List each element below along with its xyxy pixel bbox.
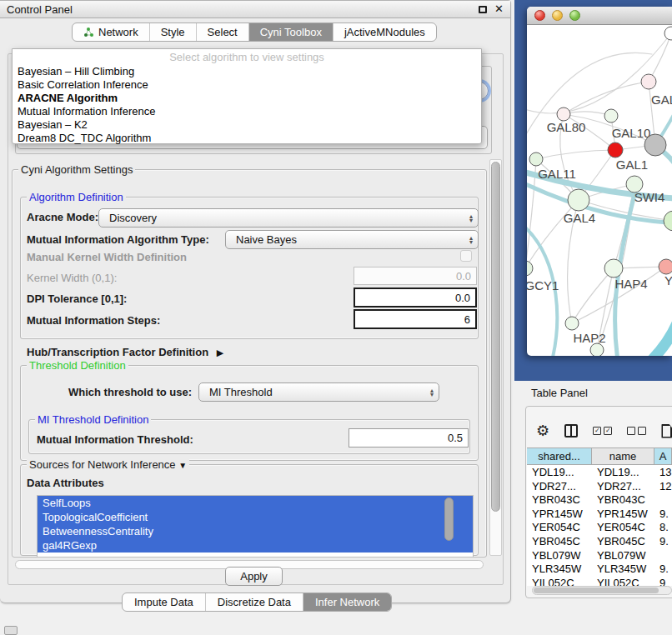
node-bottom[interactable] (590, 343, 604, 356)
node-gal11[interactable] (529, 152, 543, 166)
panel-tab-bar: NetworkStyleSelectCyni ToolboxjActiveMNo… (72, 22, 437, 42)
node-hap2[interactable] (565, 317, 579, 330)
close-traffic-light-icon[interactable] (534, 10, 545, 21)
algorithm-option[interactable]: Bayesian – K2 (13, 118, 481, 132)
select-all-checkboxes-icon[interactable]: ✓✓ (593, 427, 612, 435)
network-graph-canvas[interactable]: GALGAL80GAL10GAL1GAL11SWI4GAL4GCY1HAP4YH… (527, 25, 672, 356)
columns-icon[interactable] (564, 424, 578, 438)
deselect-all-checkboxes-icon[interactable] (627, 427, 646, 435)
node-gal1[interactable] (608, 142, 623, 158)
tab-network[interactable]: Network (73, 23, 150, 41)
node-gray[interactable] (644, 134, 666, 156)
table-row[interactable]: YBR045CYBR045C9. (527, 534, 672, 548)
network-edge[interactable] (635, 323, 672, 356)
table-header-row: shared...nameA (527, 448, 672, 465)
data-attributes-list[interactable]: SelfLoopsTopologicalCoefficientBetweenne… (37, 495, 474, 558)
apply-button[interactable]: Apply (225, 567, 283, 586)
node-partial-top[interactable] (664, 27, 672, 40)
window-title: Control Panel (7, 3, 73, 16)
algorithm-option[interactable]: ARACNE Algorithm (13, 92, 481, 105)
float-window-icon[interactable] (479, 6, 487, 13)
table-row[interactable]: YBL079WYBL079W (527, 548, 672, 562)
tab-discretize-data[interactable]: Discretize Data (206, 593, 303, 611)
settings-scrollbar[interactable] (489, 159, 502, 556)
table-row[interactable]: YPR145WYPR145W9. (527, 507, 672, 521)
node-gal80[interactable] (557, 108, 570, 121)
table-row[interactable]: YBR043CYBR043C (527, 492, 672, 507)
mi-algorithm-type-combo[interactable]: Naive Bayes ▴▾ (225, 230, 479, 249)
node-hap4-label: HAP4 (614, 277, 647, 291)
table-horizontal-scrollbar[interactable] (532, 586, 672, 595)
algorithm-option[interactable]: Basic Correlation Inference (13, 78, 481, 92)
algorithm-option[interactable]: Bayesian – Hill Climbing (13, 65, 481, 78)
mi-threshold-field[interactable]: 0.5 (349, 428, 469, 448)
hub-definition-expander[interactable]: Hub/Transcription Factor Definition ▶ (27, 346, 223, 358)
tab-cyni-toolbox[interactable]: Cyni Toolbox (249, 23, 333, 41)
tab-style[interactable]: Style (150, 23, 197, 41)
node-swi4-label: SWI4 (634, 190, 665, 204)
table-row[interactable]: YER054CYER054C8. (527, 520, 672, 534)
node-gal7[interactable] (641, 74, 656, 89)
node-gcy1[interactable] (527, 261, 533, 276)
network-edge[interactable] (536, 150, 615, 159)
tab-impute-data[interactable]: Impute Data (123, 593, 206, 611)
combo-stepper-icon: ▴▾ (469, 236, 473, 244)
node-hap2-label: HAP2 (573, 331, 605, 345)
tab-select[interactable]: Select (197, 23, 249, 41)
tab-infer-network[interactable]: Infer Network (303, 593, 391, 611)
column-header[interactable]: name (592, 448, 654, 464)
which-threshold-combo[interactable]: MI Threshold ▴▾ (198, 382, 439, 402)
node-gal10[interactable] (604, 109, 618, 122)
gear-icon[interactable]: ⚙ (536, 422, 549, 439)
attribute-list-item[interactable]: BetweennessCentrality (38, 524, 473, 538)
mi-threshold-label: Mutual Information Threshold: (37, 433, 193, 446)
kernel-width-field[interactable]: 0.0 (354, 267, 477, 285)
node-table[interactable]: shared...nameA YDL19...YDL19...13...YDR2… (527, 448, 672, 586)
collapsed-panel-icon[interactable] (4, 626, 18, 635)
node-salmon[interactable] (659, 259, 672, 274)
aracne-mode-combo[interactable]: Discovery ▴▾ (98, 208, 479, 228)
control-panel-titlebar: Control Panel ✕ (0, 1, 510, 18)
attribute-list-item[interactable]: gal4RGexp (38, 538, 473, 552)
cyni-settings-title: Cyni Algorithm Settings (18, 163, 135, 176)
threshold-definition-title: Threshold Definition (27, 359, 128, 372)
cyni-bottom-tab-bar: Impute DataDiscretize DataInfer Network (122, 592, 392, 612)
algorithm-option[interactable]: Mutual Information Inference (13, 105, 481, 118)
list-scrollbar-thumb[interactable] (444, 498, 454, 541)
expand-right-icon: ▶ (217, 348, 223, 358)
node-green-right[interactable] (664, 211, 672, 231)
attribute-list-item[interactable]: TopologicalCoefficient (38, 510, 473, 524)
algorithm-dropdown-placeholder: Select algorithm to view settings (13, 51, 481, 65)
node-gal4[interactable] (568, 189, 589, 211)
node-hap4[interactable] (604, 259, 623, 278)
mi-algorithm-type-label: Mutual Information Algorithm Type: (27, 233, 209, 246)
table-row[interactable]: YLR345WYLR345W9. (527, 562, 672, 576)
network-view-window: GALGAL80GAL10GAL1GAL11SWI4GAL4GCY1HAP4YH… (527, 7, 672, 356)
mi-threshold-definition-title: MI Threshold Definition (35, 413, 151, 426)
table-scrollbar-thumb[interactable] (534, 588, 659, 593)
table-row[interactable]: YIL052CYIL052C9 (527, 576, 672, 586)
minimize-traffic-light-icon[interactable] (552, 10, 563, 21)
settings-scrollbar-thumb[interactable] (491, 162, 500, 512)
dpi-tolerance-field[interactable]: 0.0 (354, 288, 477, 308)
zoom-traffic-light-icon[interactable] (569, 10, 580, 21)
node-gal7-label: GAL (651, 92, 672, 107)
mi-steps-field[interactable]: 6 (354, 309, 477, 329)
manual-kernel-width-label: Manual Kernel Width Definition (27, 251, 187, 263)
manual-kernel-width-checkbox[interactable] (460, 250, 472, 262)
table-panel-toolbar: ⚙ ✓✓ (536, 419, 672, 442)
table-row[interactable]: YDL19...YDL19...13... (527, 465, 672, 479)
sources-title[interactable]: Sources for Network Inference ▼ (27, 458, 189, 471)
table-panel-title: Table Panel (531, 387, 588, 399)
column-header[interactable]: shared... (527, 448, 592, 464)
network-edge[interactable] (649, 33, 671, 82)
algorithm-option[interactable]: Dream8 DC_TDC Algorithm (13, 132, 481, 145)
close-icon[interactable]: ✕ (494, 5, 504, 13)
column-header[interactable]: A (654, 448, 672, 464)
table-row[interactable]: YDR27...YDR27...12... (527, 479, 672, 493)
collapse-down-icon: ▼ (178, 461, 187, 470)
tab-jactivemnodules[interactable]: jActiveMNodules (333, 23, 436, 41)
export-table-icon[interactable] (661, 424, 672, 438)
attribute-list-item[interactable]: SelfLoops (38, 496, 473, 510)
kernel-width-label: Kernel Width (0,1): (27, 272, 117, 284)
